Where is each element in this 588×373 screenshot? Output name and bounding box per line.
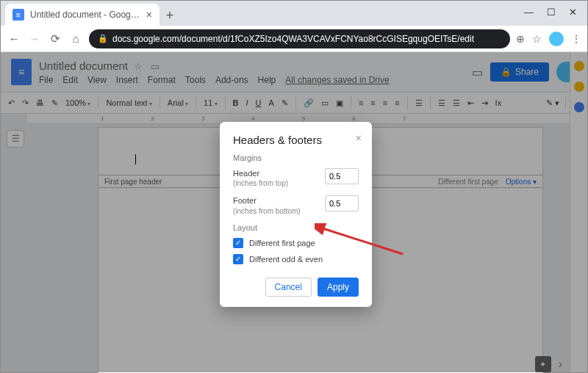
lock-icon: 🔒 bbox=[98, 34, 108, 43]
menu-icon[interactable]: ⋮ bbox=[571, 33, 581, 45]
header-margin-label: Header bbox=[233, 168, 288, 178]
url-text: docs.google.com/document/d/1fCoXZ5Izo4QW… bbox=[112, 34, 474, 44]
dialog-close-icon[interactable]: × bbox=[356, 132, 362, 144]
url-field[interactable]: 🔒 docs.google.com/document/d/1fCoXZ5Izo4… bbox=[89, 29, 510, 48]
footer-margin-input[interactable] bbox=[325, 195, 359, 211]
window-controls: — ☐ ✕ bbox=[517, 4, 584, 21]
layout-label: Layout bbox=[233, 223, 359, 232]
docs-favicon: ≡ bbox=[12, 9, 24, 21]
address-bar: ← → ⟳ ⌂ 🔒 docs.google.com/document/d/1fC… bbox=[1, 26, 587, 52]
header-margin-sub: (inches from top) bbox=[233, 178, 288, 188]
tab-title: Untitled document - Google Docs bbox=[30, 10, 140, 20]
home-icon[interactable]: ⌂ bbox=[68, 32, 83, 45]
cancel-button[interactable]: Cancel bbox=[265, 278, 312, 297]
forward-icon[interactable]: → bbox=[27, 32, 42, 45]
extension-icon[interactable] bbox=[549, 32, 564, 46]
close-window-icon[interactable]: ✕ bbox=[569, 7, 577, 18]
star-icon[interactable]: ☆ bbox=[532, 33, 542, 45]
diff-first-page-checkbox[interactable]: ✓ Different first page bbox=[233, 238, 359, 248]
checkbox-checked-icon: ✓ bbox=[233, 254, 243, 264]
reload-icon[interactable]: ⟳ bbox=[48, 32, 62, 46]
minimize-icon[interactable]: — bbox=[524, 7, 534, 18]
header-margin-input[interactable] bbox=[325, 168, 359, 184]
zoom-icon[interactable]: ⊕ bbox=[516, 33, 525, 45]
maximize-icon[interactable]: ☐ bbox=[547, 7, 556, 18]
diff-odd-even-checkbox[interactable]: ✓ Different odd & even bbox=[233, 254, 359, 264]
checkbox-checked-icon: ✓ bbox=[233, 238, 243, 248]
back-icon[interactable]: ← bbox=[7, 32, 21, 45]
browser-tab[interactable]: ≡ Untitled document - Google Docs × bbox=[5, 4, 159, 26]
headers-footers-dialog: × Headers & footers Margins Header (inch… bbox=[220, 122, 372, 307]
apply-button[interactable]: Apply bbox=[318, 278, 359, 297]
titlebar: ≡ Untitled document - Google Docs × + — … bbox=[1, 1, 587, 26]
margins-label: Margins bbox=[233, 153, 359, 162]
footer-margin-label: Footer bbox=[233, 195, 301, 206]
dialog-title: Headers & footers bbox=[233, 134, 359, 146]
footer-margin-sub: (inches from bottom) bbox=[233, 206, 301, 216]
new-tab-button[interactable]: + bbox=[159, 5, 180, 26]
tab-close-icon[interactable]: × bbox=[146, 9, 152, 21]
